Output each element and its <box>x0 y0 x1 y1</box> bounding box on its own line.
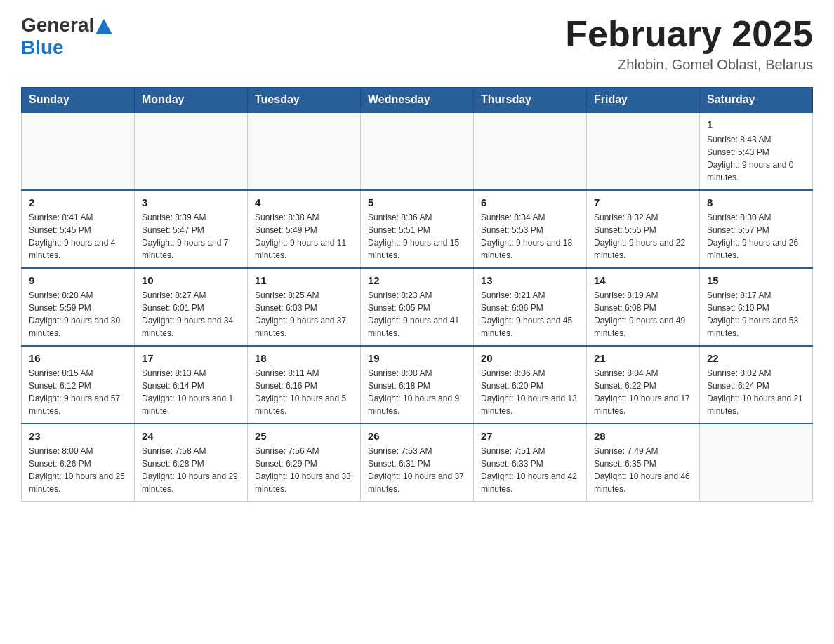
calendar-week-row: 16Sunrise: 8:15 AMSunset: 6:12 PMDayligh… <box>22 346 813 424</box>
day-info-text: Sunrise: 8:06 AMSunset: 6:20 PMDaylight:… <box>481 367 579 417</box>
calendar-day-cell <box>248 112 361 190</box>
calendar-day-cell: 4Sunrise: 8:38 AMSunset: 5:49 PMDaylight… <box>248 190 361 268</box>
calendar-day-cell: 28Sunrise: 7:49 AMSunset: 6:35 PMDayligh… <box>587 424 700 502</box>
day-info-text: Sunrise: 8:25 AMSunset: 6:03 PMDaylight:… <box>255 289 353 340</box>
day-info-text: Sunrise: 8:34 AMSunset: 5:53 PMDaylight:… <box>481 211 579 262</box>
calendar-day-cell <box>361 112 474 190</box>
day-info-text: Sunrise: 8:17 AMSunset: 6:10 PMDaylight:… <box>707 289 805 340</box>
logo-blue-text: Blue <box>21 36 64 59</box>
calendar-day-cell: 27Sunrise: 7:51 AMSunset: 6:33 PMDayligh… <box>474 424 587 502</box>
calendar-day-cell: 25Sunrise: 7:56 AMSunset: 6:29 PMDayligh… <box>248 424 361 502</box>
calendar-day-cell: 9Sunrise: 8:28 AMSunset: 5:59 PMDaylight… <box>22 268 135 346</box>
day-number: 14 <box>594 274 692 286</box>
calendar-day-cell: 7Sunrise: 8:32 AMSunset: 5:55 PMDaylight… <box>587 190 700 268</box>
day-info-text: Sunrise: 8:13 AMSunset: 6:14 PMDaylight:… <box>142 367 240 417</box>
day-of-week-header: Tuesday <box>248 88 361 113</box>
day-number: 2 <box>29 196 127 208</box>
day-info-text: Sunrise: 7:49 AMSunset: 6:35 PMDaylight:… <box>594 445 692 495</box>
day-number: 8 <box>707 196 805 208</box>
calendar-table: SundayMondayTuesdayWednesdayThursdayFrid… <box>21 87 813 502</box>
calendar-day-cell: 17Sunrise: 8:13 AMSunset: 6:14 PMDayligh… <box>135 346 248 424</box>
day-number: 25 <box>255 430 353 442</box>
day-number: 7 <box>594 196 692 208</box>
day-info-text: Sunrise: 8:08 AMSunset: 6:18 PMDaylight:… <box>368 367 466 417</box>
day-number: 6 <box>481 196 579 208</box>
day-info-text: Sunrise: 8:15 AMSunset: 6:12 PMDaylight:… <box>29 367 127 417</box>
logo: General Blue <box>21 14 112 59</box>
calendar-week-row: 1Sunrise: 8:43 AMSunset: 5:43 PMDaylight… <box>22 112 813 190</box>
calendar-day-cell: 13Sunrise: 8:21 AMSunset: 6:06 PMDayligh… <box>474 268 587 346</box>
calendar-day-cell: 1Sunrise: 8:43 AMSunset: 5:43 PMDaylight… <box>700 112 813 190</box>
day-info-text: Sunrise: 7:53 AMSunset: 6:31 PMDaylight:… <box>368 445 466 495</box>
day-number: 24 <box>142 430 240 442</box>
calendar-day-cell <box>474 112 587 190</box>
calendar-day-cell: 22Sunrise: 8:02 AMSunset: 6:24 PMDayligh… <box>700 346 813 424</box>
calendar-day-cell: 12Sunrise: 8:23 AMSunset: 6:05 PMDayligh… <box>361 268 474 346</box>
calendar-day-cell <box>135 112 248 190</box>
calendar-day-cell: 5Sunrise: 8:36 AMSunset: 5:51 PMDaylight… <box>361 190 474 268</box>
location-text: Zhlobin, Gomel Oblast, Belarus <box>565 57 813 73</box>
day-info-text: Sunrise: 7:51 AMSunset: 6:33 PMDaylight:… <box>481 445 579 495</box>
day-info-text: Sunrise: 8:39 AMSunset: 5:47 PMDaylight:… <box>142 211 240 262</box>
calendar-header-row: SundayMondayTuesdayWednesdayThursdayFrid… <box>22 88 813 113</box>
day-number: 16 <box>29 352 127 364</box>
day-number: 1 <box>707 119 805 130</box>
calendar-week-row: 23Sunrise: 8:00 AMSunset: 6:26 PMDayligh… <box>22 424 813 502</box>
calendar-day-cell: 8Sunrise: 8:30 AMSunset: 5:57 PMDaylight… <box>700 190 813 268</box>
title-block: February 2025 Zhlobin, Gomel Oblast, Bel… <box>565 14 813 73</box>
day-info-text: Sunrise: 8:36 AMSunset: 5:51 PMDaylight:… <box>368 211 466 262</box>
day-number: 12 <box>368 274 466 286</box>
day-of-week-header: Friday <box>587 88 700 113</box>
day-info-text: Sunrise: 8:00 AMSunset: 6:26 PMDaylight:… <box>29 445 127 495</box>
day-info-text: Sunrise: 8:19 AMSunset: 6:08 PMDaylight:… <box>594 289 692 340</box>
day-info-text: Sunrise: 8:28 AMSunset: 5:59 PMDaylight:… <box>29 289 127 340</box>
day-info-text: Sunrise: 8:23 AMSunset: 6:05 PMDaylight:… <box>368 289 466 340</box>
day-info-text: Sunrise: 8:27 AMSunset: 6:01 PMDaylight:… <box>142 289 240 340</box>
calendar-day-cell: 16Sunrise: 8:15 AMSunset: 6:12 PMDayligh… <box>22 346 135 424</box>
day-info-text: Sunrise: 8:04 AMSunset: 6:22 PMDaylight:… <box>594 367 692 417</box>
calendar-day-cell: 11Sunrise: 8:25 AMSunset: 6:03 PMDayligh… <box>248 268 361 346</box>
calendar-day-cell: 19Sunrise: 8:08 AMSunset: 6:18 PMDayligh… <box>361 346 474 424</box>
day-info-text: Sunrise: 8:38 AMSunset: 5:49 PMDaylight:… <box>255 211 353 262</box>
day-number: 5 <box>368 196 466 208</box>
calendar-day-cell: 18Sunrise: 8:11 AMSunset: 6:16 PMDayligh… <box>248 346 361 424</box>
day-number: 22 <box>707 352 805 364</box>
day-number: 10 <box>142 274 240 286</box>
day-number: 27 <box>481 430 579 442</box>
calendar-day-cell: 20Sunrise: 8:06 AMSunset: 6:20 PMDayligh… <box>474 346 587 424</box>
calendar-day-cell: 23Sunrise: 8:00 AMSunset: 6:26 PMDayligh… <box>22 424 135 502</box>
day-of-week-header: Sunday <box>22 88 135 113</box>
day-of-week-header: Wednesday <box>361 88 474 113</box>
day-info-text: Sunrise: 7:58 AMSunset: 6:28 PMDaylight:… <box>142 445 240 495</box>
calendar-week-row: 9Sunrise: 8:28 AMSunset: 5:59 PMDaylight… <box>22 268 813 346</box>
day-number: 13 <box>481 274 579 286</box>
calendar-day-cell: 2Sunrise: 8:41 AMSunset: 5:45 PMDaylight… <box>22 190 135 268</box>
day-number: 3 <box>142 196 240 208</box>
day-number: 4 <box>255 196 353 208</box>
calendar-day-cell: 14Sunrise: 8:19 AMSunset: 6:08 PMDayligh… <box>587 268 700 346</box>
calendar-day-cell: 3Sunrise: 8:39 AMSunset: 5:47 PMDaylight… <box>135 190 248 268</box>
day-number: 11 <box>255 274 353 286</box>
calendar-day-cell: 15Sunrise: 8:17 AMSunset: 6:10 PMDayligh… <box>700 268 813 346</box>
month-title: February 2025 <box>565 14 813 54</box>
day-number: 15 <box>707 274 805 286</box>
day-number: 28 <box>594 430 692 442</box>
day-info-text: Sunrise: 7:56 AMSunset: 6:29 PMDaylight:… <box>255 445 353 495</box>
day-number: 19 <box>368 352 466 364</box>
page-header: General Blue February 2025 Zhlobin, Gome… <box>21 14 813 73</box>
day-info-text: Sunrise: 8:02 AMSunset: 6:24 PMDaylight:… <box>707 367 805 417</box>
day-info-text: Sunrise: 8:11 AMSunset: 6:16 PMDaylight:… <box>255 367 353 417</box>
calendar-day-cell: 21Sunrise: 8:04 AMSunset: 6:22 PMDayligh… <box>587 346 700 424</box>
calendar-day-cell: 6Sunrise: 8:34 AMSunset: 5:53 PMDaylight… <box>474 190 587 268</box>
day-of-week-header: Saturday <box>700 88 813 113</box>
calendar-week-row: 2Sunrise: 8:41 AMSunset: 5:45 PMDaylight… <box>22 190 813 268</box>
calendar-day-cell <box>700 424 813 502</box>
calendar-day-cell <box>587 112 700 190</box>
day-info-text: Sunrise: 8:41 AMSunset: 5:45 PMDaylight:… <box>29 211 127 262</box>
day-of-week-header: Thursday <box>474 88 587 113</box>
day-number: 26 <box>368 430 466 442</box>
day-info-text: Sunrise: 8:30 AMSunset: 5:57 PMDaylight:… <box>707 211 805 262</box>
day-of-week-header: Monday <box>135 88 248 113</box>
day-number: 9 <box>29 274 127 286</box>
calendar-day-cell: 24Sunrise: 7:58 AMSunset: 6:28 PMDayligh… <box>135 424 248 502</box>
